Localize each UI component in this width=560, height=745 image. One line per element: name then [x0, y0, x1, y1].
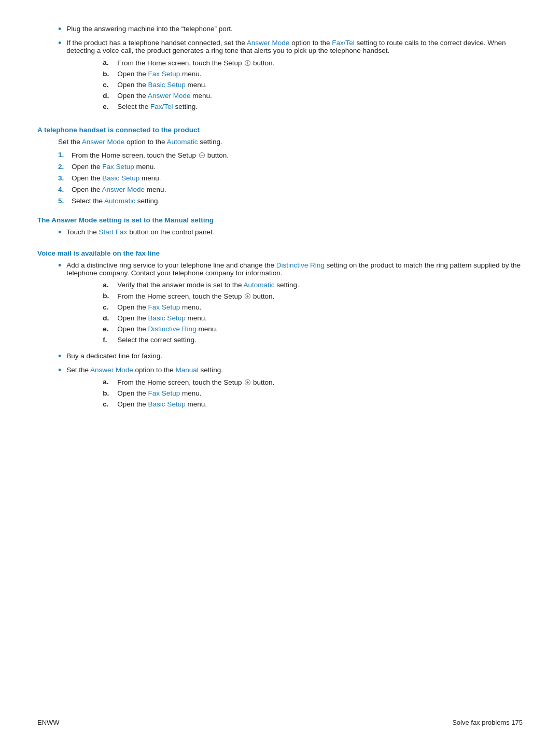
alpha-label-b: b. [103, 70, 117, 78]
bullet-icon-s3-2: • [58, 351, 61, 362]
link-automatic-3[interactable]: Automatic [243, 281, 274, 289]
link-fax-tel-2[interactable]: Fax/Tel [150, 103, 173, 110]
section3-bullet-2: • Buy a dedicated line for faxing. [37, 352, 523, 362]
s3-sub-a: a. Verify that the answer mode is set to… [66, 281, 523, 289]
bullet-icon-s2: • [58, 227, 61, 238]
link-start-fax[interactable]: Start Fax [99, 228, 128, 236]
section3-bullet-text-2: Buy a dedicated line for faxing. [66, 352, 523, 360]
alpha-label-e: e. [103, 103, 117, 110]
section3-sub-steps-1: a. Verify that the answer mode is set to… [66, 281, 523, 344]
sub-step-e: e. Select the Fax/Tel setting. [66, 103, 523, 110]
step-num-5: 5. [58, 197, 72, 205]
top-bullet-item-2: • If the product has a telephone handset… [37, 39, 523, 115]
sub-step-c: c. Open the Basic Setup menu. [66, 81, 523, 89]
s3b-alpha-content-a: From the Home screen, touch the Setup bu… [117, 378, 523, 386]
link-answer-mode-5[interactable]: Answer Mode [90, 366, 133, 374]
section3-heading: Voice mail is available on the fax line [37, 249, 523, 257]
top-bullet-list: • Plug the answering machine into the “t… [37, 25, 523, 115]
section3-sub-steps-3: a. From the Home screen, touch the Setup… [66, 378, 523, 408]
top-bullet-item-1: • Plug the answering machine into the “t… [37, 25, 523, 35]
section2-bullet-1: • Touch the Start Fax button on the cont… [37, 228, 523, 238]
link-fax-setup-2[interactable]: Fax Setup [102, 163, 134, 171]
step-content-5: Select the Automatic setting. [72, 197, 523, 205]
link-fax-tel-1[interactable]: Fax/Tel [332, 39, 355, 47]
link-basic-setup-2[interactable]: Basic Setup [102, 174, 139, 182]
setup-icon-s3ba [244, 379, 251, 386]
link-fax-setup-1[interactable]: Fax Setup [148, 70, 180, 78]
setup-icon-s3b [244, 293, 251, 300]
s3-alpha-content-e: Open the Distinctive Ring menu. [117, 325, 523, 333]
s3-alpha-e: e. [103, 325, 117, 333]
link-automatic-1[interactable]: Automatic [166, 138, 198, 146]
link-answer-mode-3[interactable]: Answer Mode [82, 138, 125, 146]
link-basic-setup-3[interactable]: Basic Setup [148, 314, 186, 322]
step-num-2: 2. [58, 163, 72, 171]
s3-alpha-content-a: Verify that the answer mode is set to th… [117, 281, 523, 289]
step-num-4: 4. [58, 186, 72, 193]
link-answer-mode-4[interactable]: Answer Mode [102, 186, 145, 193]
sub-step-d: d. Open the Answer Mode menu. [66, 92, 523, 100]
alpha-content-b: Open the Fax Setup menu. [117, 70, 523, 78]
alpha-content-d: Open the Answer Mode menu. [117, 92, 523, 100]
step-2: 2. Open the Fax Setup menu. [37, 163, 523, 171]
link-distinctive-ring-1[interactable]: Distinctive Ring [276, 261, 325, 269]
s3-alpha-a: a. [103, 281, 117, 289]
s3-alpha-c: c. [103, 303, 117, 311]
link-basic-setup-1[interactable]: Basic Setup [148, 81, 186, 89]
s3-sub-f: f. Select the correct setting. [66, 336, 523, 344]
section3-bullet-1: • Add a distinctive ring service to your… [37, 261, 523, 348]
link-answer-mode-1[interactable]: Answer Mode [247, 39, 290, 47]
bullet-icon-2: • [58, 38, 61, 49]
footer-right: Solve fax problems 175 [452, 719, 523, 726]
s3-sub-d: d. Open the Basic Setup menu. [66, 314, 523, 322]
s3b-sub-a: a. From the Home screen, touch the Setup… [66, 378, 523, 386]
link-distinctive-ring-2[interactable]: Distinctive Ring [148, 325, 197, 333]
sub-step-list-1: a. From the Home screen, touch the Setup… [66, 59, 523, 110]
step-content-1: From the Home screen, touch the Setup bu… [72, 151, 523, 159]
page-content: • Plug the answering machine into the “t… [0, 0, 560, 447]
alpha-label-a: a. [103, 59, 117, 66]
step-content-3: Open the Basic Setup menu. [72, 174, 523, 182]
section3-bullets: • Add a distinctive ring service to your… [37, 261, 523, 412]
s3-alpha-content-d: Open the Basic Setup menu. [117, 314, 523, 322]
s3-alpha-content-c: Open the Fax Setup menu. [117, 303, 523, 311]
s3b-alpha-a: a. [103, 378, 117, 386]
s3b-alpha-content-b: Open the Fax Setup menu. [117, 389, 523, 397]
step-content-2: Open the Fax Setup menu. [72, 163, 523, 171]
step-num-1: 1. [58, 151, 72, 159]
s3-alpha-b: b. [103, 292, 117, 300]
section1-intro: Set the Answer Mode option to the Automa… [37, 138, 523, 146]
section1-steps: 1. From the Home screen, touch the Setup… [37, 151, 523, 205]
link-answer-mode-2[interactable]: Answer Mode [148, 92, 191, 100]
section2-heading: The Answer Mode setting is set to the Ma… [37, 216, 523, 224]
step-5: 5. Select the Automatic setting. [37, 197, 523, 205]
alpha-content-c: Open the Basic Setup menu. [117, 81, 523, 89]
section3-bullet-text-3: Set the Answer Mode option to the Manual… [66, 366, 523, 412]
link-basic-setup-4[interactable]: Basic Setup [148, 400, 186, 408]
step-content-4: Open the Answer Mode menu. [72, 186, 523, 193]
link-automatic-2[interactable]: Automatic [104, 197, 135, 205]
s3b-alpha-b: b. [103, 389, 117, 397]
bullet-icon-1: • [58, 24, 61, 35]
s3-sub-b: b. From the Home screen, touch the Setup… [66, 292, 523, 300]
s3b-sub-c: c. Open the Basic Setup menu. [66, 400, 523, 408]
link-manual-1[interactable]: Manual [175, 366, 198, 374]
section2-bullets: • Touch the Start Fax button on the cont… [37, 228, 523, 238]
link-fax-setup-4[interactable]: Fax Setup [148, 389, 180, 397]
footer-left: ENWW [37, 719, 60, 726]
bullet-icon-s3-1: • [58, 260, 61, 271]
step-1: 1. From the Home screen, touch the Setup… [37, 151, 523, 159]
page-footer: ENWW Solve fax problems 175 [37, 719, 523, 726]
section2-bullet-text-1: Touch the Start Fax button on the contro… [66, 228, 523, 236]
section3-bullet-3: • Set the Answer Mode option to the Manu… [37, 366, 523, 412]
top-bullet-text-1: Plug the answering machine into the “tel… [66, 25, 523, 33]
link-fax-setup-3[interactable]: Fax Setup [148, 303, 180, 311]
sub-step-b: b. Open the Fax Setup menu. [66, 70, 523, 78]
alpha-content-e: Select the Fax/Tel setting. [117, 103, 523, 110]
s3b-alpha-c: c. [103, 400, 117, 408]
s3-alpha-content-f: Select the correct setting. [117, 336, 523, 344]
section1-heading: A telephone handset is connected to the … [37, 126, 523, 134]
sub-step-a: a. From the Home screen, touch the Setup… [66, 59, 523, 67]
step-4: 4. Open the Answer Mode menu. [37, 186, 523, 193]
bullet-icon-s3-3: • [58, 365, 61, 376]
